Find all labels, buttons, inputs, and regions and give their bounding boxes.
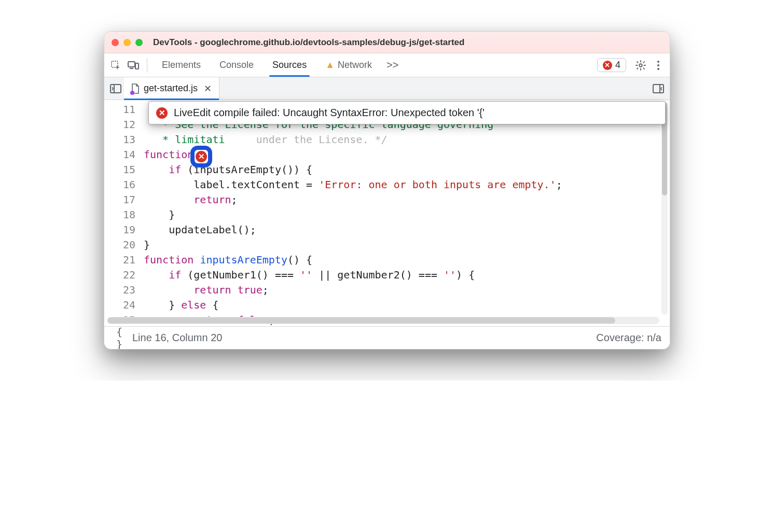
inline-error-marker[interactable]: ✕	[190, 146, 212, 167]
window-zoom-button[interactable]	[135, 39, 143, 46]
error-count: 4	[615, 60, 620, 71]
error-tooltip: ✕ LiveEdit compile failed: Uncaught Synt…	[148, 101, 666, 124]
panel-tabs: Elements Console Sources ▲ Network	[153, 53, 381, 77]
error-count-badge[interactable]: ✕ 4	[597, 58, 626, 72]
window-title: DevTools - googlechrome.github.io/devtoo…	[153, 37, 464, 48]
tab-sources[interactable]: Sources	[263, 53, 316, 77]
show-navigator-icon[interactable]	[107, 80, 124, 97]
show-debugger-sidebar-icon[interactable]	[650, 80, 667, 97]
horizontal-scrollbar[interactable]	[107, 317, 659, 324]
file-modified-icon	[131, 83, 140, 94]
code-line[interactable]: return true;	[144, 283, 670, 298]
svg-point-4	[639, 64, 642, 67]
code-line[interactable]: return;	[144, 192, 670, 207]
code-line[interactable]: updateLabel();	[144, 222, 670, 237]
svg-rect-1	[128, 62, 135, 67]
file-tab-name: get-started.js	[144, 83, 198, 94]
code-area[interactable]: * WITHOUT WARRANTIES OR CONDITIONS OF AN…	[144, 100, 670, 326]
settings-gear-icon[interactable]	[632, 57, 649, 74]
window-close-button[interactable]	[112, 39, 119, 46]
code-line[interactable]: function inputsAreEmpty() {	[144, 253, 670, 268]
error-icon: ✕	[156, 107, 168, 119]
code-line[interactable]: } else {	[144, 298, 670, 313]
code-line[interactable]: if (inputsAreEmpty()) {	[144, 162, 670, 177]
svg-rect-2	[135, 63, 139, 69]
line-number[interactable]: 20	[104, 237, 135, 253]
code-editor[interactable]: 111213141516171819202122232425 * WITHOUT…	[104, 100, 670, 326]
line-number[interactable]: 14	[104, 147, 135, 162]
cursor-position: Line 16, Column 20	[132, 332, 222, 344]
pretty-print-icon[interactable]: { }	[113, 326, 126, 350]
toolbar-separator	[147, 58, 147, 73]
vertical-scrollbar[interactable]	[661, 102, 668, 315]
line-number[interactable]: 16	[104, 177, 135, 192]
line-number[interactable]: 11	[104, 102, 135, 117]
svg-rect-10	[653, 85, 664, 93]
svg-rect-8	[110, 85, 121, 93]
window-titlebar: DevTools - googlechrome.github.io/devtoo…	[104, 32, 670, 53]
warning-icon: ▲	[325, 60, 335, 71]
devtools-toolbar: Elements Console Sources ▲ Network >> ✕ …	[104, 53, 670, 77]
line-number[interactable]: 17	[104, 192, 135, 207]
scrollbar-thumb[interactable]	[107, 317, 615, 324]
more-tabs-button[interactable]: >>	[382, 59, 403, 71]
tab-network-label: Network	[338, 60, 372, 71]
tab-console[interactable]: Console	[210, 53, 263, 77]
code-line[interactable]: }	[144, 237, 670, 253]
error-tooltip-message: LiveEdit compile failed: Uncaught Syntax…	[174, 107, 485, 119]
line-number[interactable]: 22	[104, 268, 135, 283]
error-icon: ✕	[603, 61, 612, 70]
file-tab[interactable]: get-started.js ✕	[124, 77, 219, 100]
line-number[interactable]: 13	[104, 132, 135, 147]
line-number[interactable]: 15	[104, 162, 135, 177]
traffic-lights	[112, 39, 143, 46]
devtools-window: DevTools - googlechrome.github.io/devtoo…	[104, 31, 670, 349]
window-minimize-button[interactable]	[123, 39, 131, 46]
kebab-menu-icon[interactable]	[650, 57, 667, 74]
line-number[interactable]: 24	[104, 298, 135, 313]
code-line[interactable]: if (getNumber1() === '' || getNumber2() …	[144, 268, 670, 283]
coverage-status: Coverage: n/a	[596, 332, 661, 344]
tab-elements[interactable]: Elements	[153, 53, 210, 77]
device-toolbar-icon[interactable]	[125, 57, 142, 74]
tab-network[interactable]: ▲ Network	[316, 53, 381, 77]
line-number[interactable]: 18	[104, 207, 135, 222]
line-number[interactable]: 19	[104, 222, 135, 237]
code-line[interactable]: }	[144, 207, 670, 222]
line-number[interactable]: 21	[104, 253, 135, 268]
code-line[interactable]: label.textContent = 'Error: one or both …	[144, 177, 670, 192]
close-tab-icon[interactable]: ✕	[204, 83, 212, 94]
line-number[interactable]: 12	[104, 117, 135, 132]
inspect-element-icon[interactable]	[107, 57, 124, 74]
editor-statusbar: { } Line 16, Column 20 Coverage: n/a	[104, 326, 670, 349]
svg-point-6	[657, 64, 659, 66]
code-line[interactable]: function	[144, 147, 670, 162]
line-number-gutter[interactable]: 111213141516171819202122232425	[104, 100, 144, 326]
sources-filebar: get-started.js ✕	[104, 77, 670, 100]
svg-point-7	[657, 68, 659, 70]
line-number[interactable]: 23	[104, 283, 135, 298]
code-line[interactable]: * limitati under the License. */	[144, 132, 670, 147]
svg-point-5	[657, 61, 659, 63]
error-icon: ✕	[196, 151, 207, 162]
